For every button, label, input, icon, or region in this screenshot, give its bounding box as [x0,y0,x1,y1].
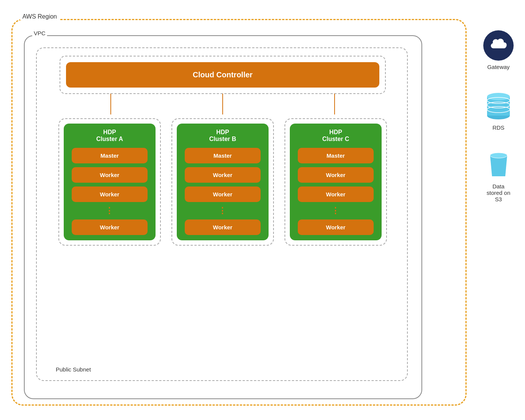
cluster-a-worker-n: Worker [72,219,148,235]
cluster-b-worker-1: Worker [185,167,261,183]
cluster-c-worker-2: Worker [298,186,374,202]
cluster-b-wrapper: HDPCluster B Master Worker Worker ⋮ Work… [171,118,274,246]
s3-icon-group: Datastored onS3 [486,150,511,202]
public-subnet-label: Public Subnet [56,366,91,373]
cluster-c-wrapper: HDPCluster C Master Worker Worker ⋮ Work… [285,118,387,246]
gateway-cloud-icon [483,30,514,61]
s3-label: Datastored onS3 [487,183,511,202]
cluster-c-worker-n: Worker [298,219,374,235]
cluster-a-title: HDPCluster A [96,129,123,143]
cluster-b-worker-n: Worker [185,219,261,235]
cluster-b-title: HDPCluster B [209,129,236,143]
rds-cylinder-svg [485,89,512,121]
main-container: AWS Region VPC Cloud Controller [8,8,517,412]
cluster-c: HDPCluster C Master Worker Worker ⋮ Work… [290,124,382,240]
svg-point-5 [487,93,510,100]
aws-region-border: AWS Region VPC Cloud Controller [11,19,467,406]
cluster-c-title: HDPCluster C [322,129,349,143]
inner-region: Cloud Controller [36,47,408,381]
cluster-a-wrapper: HDPCluster A Master Worker Worker ⋮ Work… [58,118,161,246]
connector-lines [60,94,386,120]
clusters-row: HDPCluster A Master Worker Worker ⋮ Work… [48,118,397,246]
cluster-b-worker-2: Worker [185,186,261,202]
cluster-c-worker-1: Worker [298,167,374,183]
s3-bucket-svg [486,150,511,180]
cluster-c-dots: ⋮ [331,206,340,216]
cluster-a-master: Master [72,148,148,163]
cloud-controller-wrapper: Cloud Controller [60,56,386,94]
gateway-icon-group: Gateway [483,30,514,70]
cluster-b-dots: ⋮ [218,206,227,216]
vpc-label: VPC [32,30,47,36]
cluster-b-master: Master [185,148,261,163]
cluster-a-dots: ⋮ [105,206,114,216]
gateway-label: Gateway [487,64,509,70]
cluster-b: HDPCluster B Master Worker Worker ⋮ Work… [177,124,269,240]
rds-icon-group: RDS [485,89,512,131]
vpc-border: VPC Cloud Controller [24,35,422,399]
cloud-svg [489,36,508,55]
aws-region-label: AWS Region [20,13,59,20]
cluster-c-master: Master [298,148,374,163]
right-icons-panel: Gateway RDS [483,30,514,202]
cluster-a-worker-1: Worker [72,167,148,183]
cloud-controller-label: Cloud Controller [193,71,253,79]
rds-label: RDS [492,124,505,131]
cluster-a-worker-2: Worker [72,186,148,202]
cluster-a: HDPCluster A Master Worker Worker ⋮ Work… [64,124,156,240]
cloud-controller-box: Cloud Controller [66,62,379,88]
